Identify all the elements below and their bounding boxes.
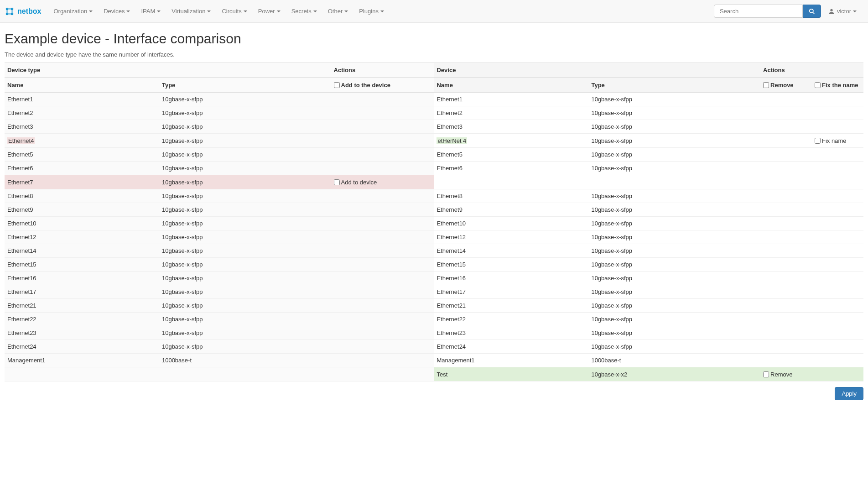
cell-remove [760,217,812,230]
cell-left-name: Ethernet23 [5,326,159,340]
nav-item-plugins[interactable]: Plugins [353,1,390,21]
cell-right-name: Ethernet3 [434,120,588,134]
nav-item-label: Power [258,8,275,15]
fix-name-checkbox[interactable] [815,138,821,144]
cell-fix-name [812,258,863,272]
brand-link[interactable]: netbox [5,6,41,16]
cell-fix-name [812,230,863,244]
cell-left-action [331,326,434,340]
cell-right-type: 10gbase-x-sfpp [588,148,760,162]
navbar: netbox OrganizationDevicesIPAMVirtualiza… [0,0,868,23]
header-name-right: Name [434,78,588,93]
cell-fix-name [812,203,863,217]
cell-right-type: 10gbase-x-sfpp [588,285,760,299]
cell-right-type: 10gbase-x-sfpp [588,258,760,272]
nav-item-ipam[interactable]: IPAM [135,1,166,21]
table-row: Ethernet510gbase-x-sfppEthernet510gbase-… [5,148,863,162]
nav-item-label: Secrets [291,8,312,15]
apply-button[interactable]: Apply [835,387,863,400]
header-name-left: Name [5,78,159,93]
add-to-device-checkbox[interactable] [334,179,340,185]
cell-left-type: 10gbase-x-sfpp [159,258,331,272]
cell-left-name: Ethernet6 [5,162,159,175]
cell-left-type: 10gbase-x-sfpp [159,244,331,258]
cell-right-type: 10gbase-x-sfpp [588,272,760,285]
cell-left-name: Ethernet2 [5,106,159,120]
table-row: Ethernet110gbase-x-sfppEthernet110gbase-… [5,93,863,106]
cell-fix-name [812,189,863,203]
cell-left-action [331,340,434,354]
nav-item-label: Devices [104,8,125,15]
cell-left-name: Ethernet1 [5,93,159,106]
nav-item-other[interactable]: Other [322,1,354,21]
cell-remove [760,258,812,272]
name-mismatch-left: Ethernet4 [7,137,35,144]
nav-item-circuits[interactable]: Circuits [216,1,252,21]
comparison-table: Device type Actions Device Actions Name … [5,63,863,381]
user-menu[interactable]: victor [821,8,863,15]
cell-right-name: Ethernet22 [434,313,588,326]
header-add-to-device: Add to the device [331,78,434,93]
cell-remove: Remove [760,367,812,381]
cell-left-type: 10gbase-x-sfpp [159,217,331,230]
svg-point-10 [830,9,832,11]
nav-item-power[interactable]: Power [253,1,286,21]
add-all-label: Add to the device [341,82,390,89]
header-device-type: Device type [5,63,331,78]
fix-all-label: Fix the name [822,82,858,89]
nav-item-organization[interactable]: Organization [48,1,98,21]
table-row: Management11000base-tManagement11000base… [5,354,863,367]
search-button[interactable] [803,5,821,18]
nav-menu: OrganizationDevicesIPAMVirtualizationCir… [48,1,713,21]
nav-item-virtualization[interactable]: Virtualization [166,1,216,21]
search-icon [809,8,815,15]
cell-remove [760,313,812,326]
table-row: Ethernet2310gbase-x-sfppEthernet2310gbas… [5,326,863,340]
cell-fix-name [812,93,863,106]
user-icon [828,8,835,15]
header-actions-left: Actions [331,63,434,78]
nav-item-label: Virtualization [172,8,205,15]
remove-checkbox[interactable] [763,371,769,377]
cell-right-name: Ethernet6 [434,162,588,175]
chevron-down-icon [157,10,161,12]
search-input[interactable] [714,5,803,18]
cell-right-type: 10gbase-x-sfpp [588,134,760,148]
cell-remove [760,189,812,203]
chevron-down-icon [277,10,281,12]
cell-left-type: 10gbase-x-sfpp [159,134,331,148]
cell-remove [760,244,812,258]
cell-left-name: Ethernet14 [5,244,159,258]
cell-left-name: Ethernet24 [5,340,159,354]
chevron-down-icon [853,10,857,12]
remove-all-checkbox[interactable] [763,82,769,88]
cell-right-name: Ethernet1 [434,93,588,106]
table-row: Ethernet1510gbase-x-sfppEthernet1510gbas… [5,258,863,272]
table-row: Ethernet810gbase-x-sfppEthernet810gbase-… [5,189,863,203]
cell-left-action [331,285,434,299]
cell-right-type: 10gbase-x-sfpp [588,93,760,106]
cell-left-action [331,203,434,217]
add-all-checkbox[interactable] [334,82,340,88]
cell-right-name: Ethernet5 [434,148,588,162]
brand-icon [5,6,15,16]
cell-left-action [331,162,434,175]
nav-item-secrets[interactable]: Secrets [286,1,322,21]
cell-left-type: 10gbase-x-sfpp [159,148,331,162]
table-row: Ethernet1210gbase-x-sfppEthernet1210gbas… [5,230,863,244]
nav-item-label: IPAM [141,8,155,15]
cell-right-name: Ethernet16 [434,272,588,285]
cell-fix-name [812,272,863,285]
cell-remove [760,148,812,162]
cell-fix-name [812,217,863,230]
cell-left-action [331,313,434,326]
cell-left-type: 10gbase-x-sfpp [159,106,331,120]
chevron-down-icon [313,10,317,12]
nav-item-label: Plugins [359,8,379,15]
fix-all-checkbox[interactable] [815,82,821,88]
cell-left-action [331,367,434,381]
cell-left-action [331,93,434,106]
nav-item-devices[interactable]: Devices [98,1,135,21]
cell-fix-name [812,326,863,340]
table-row: Ethernet1010gbase-x-sfppEthernet1010gbas… [5,217,863,230]
